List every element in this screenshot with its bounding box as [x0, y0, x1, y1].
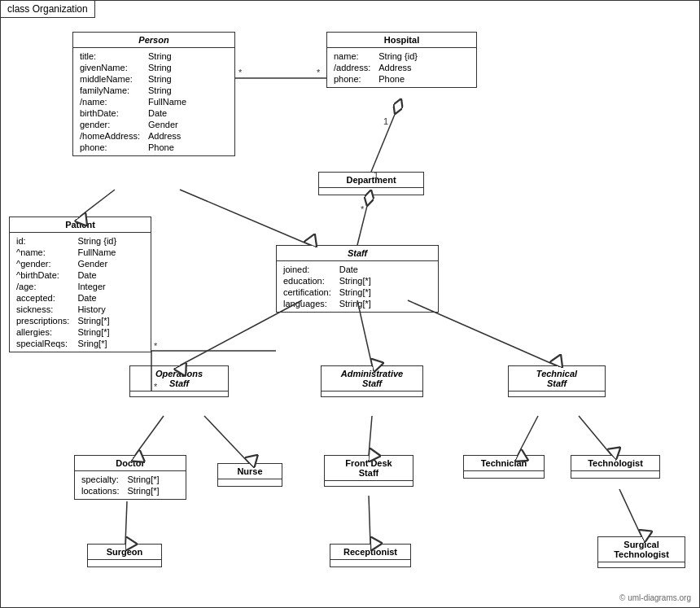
- class-technical-staff: TechnicalStaff: [508, 365, 606, 397]
- class-front-desk-staff-body: [325, 481, 413, 486]
- class-person: Person title:String givenName:String mid…: [72, 32, 235, 156]
- class-patient-header: Patient: [10, 217, 151, 233]
- class-doctor: Doctor specialty:String[*] locations:Str…: [74, 455, 186, 500]
- svg-text:*: *: [361, 204, 365, 214]
- svg-line-24: [125, 501, 127, 544]
- class-administrative-staff-body: [322, 391, 422, 396]
- class-doctor-body: specialty:String[*] locations:String[*]: [75, 471, 186, 499]
- class-person-header: Person: [73, 33, 234, 48]
- class-staff-header: Staff: [277, 246, 438, 261]
- class-doctor-header: Doctor: [75, 456, 186, 471]
- class-patient: Patient id:String {id} ^name:FullName ^g…: [9, 217, 151, 352]
- svg-line-11: [180, 190, 310, 245]
- class-technician-body: [464, 471, 544, 478]
- svg-line-10: [80, 190, 115, 217]
- class-surgical-technologist-header: SurgicalTechnologist: [598, 537, 685, 562]
- class-technologist: Technologist: [571, 455, 660, 479]
- svg-text:*: *: [238, 68, 243, 77]
- class-receptionist-body: [330, 560, 410, 566]
- class-department-body: [319, 188, 423, 195]
- class-administrative-staff-header: AdministrativeStaff: [322, 366, 422, 391]
- class-receptionist-header: Receptionist: [330, 545, 410, 560]
- svg-text:1: 1: [383, 116, 388, 126]
- svg-line-20: [204, 416, 249, 463]
- class-surgical-technologist-body: [598, 562, 685, 567]
- class-nurse-header: Nurse: [218, 464, 282, 479]
- class-front-desk-staff: Front DeskStaff: [324, 455, 413, 487]
- class-nurse-body: [218, 479, 282, 486]
- diagram-title: class Organization: [1, 1, 95, 18]
- class-receptionist: Receptionist: [330, 544, 411, 567]
- diagram-container: class Organization Person title:String g…: [0, 0, 700, 608]
- class-surgeon-body: [88, 560, 161, 566]
- class-technical-staff-header: TechnicalStaff: [509, 366, 605, 391]
- svg-line-19: [135, 416, 164, 455]
- copyright: © uml-diagrams.org: [619, 593, 691, 602]
- class-technologist-header: Technologist: [571, 456, 659, 471]
- class-front-desk-staff-header: Front DeskStaff: [325, 456, 413, 481]
- class-department-header: Department: [319, 173, 423, 188]
- class-operations-staff-body: [130, 391, 228, 396]
- svg-line-5: [371, 98, 401, 172]
- class-surgeon-header: Surgeon: [88, 545, 161, 560]
- class-hospital-header: Hospital: [327, 33, 476, 48]
- svg-line-26: [619, 489, 641, 536]
- class-surgeon: Surgeon: [87, 544, 162, 567]
- class-hospital-body: name:String {id} /address:Address phone:…: [327, 48, 476, 87]
- class-operations-staff-header: OperationsStaff: [130, 366, 228, 391]
- class-person-body: title:String givenName:String middleName…: [73, 48, 234, 155]
- class-staff-body: joined:Date education:String[*] certific…: [277, 261, 438, 312]
- svg-text:*: *: [154, 341, 158, 351]
- class-technician: Technician: [463, 455, 545, 479]
- class-hospital: Hospital name:String {id} /address:Addre…: [326, 32, 477, 88]
- svg-line-25: [369, 496, 370, 544]
- svg-line-23: [579, 416, 611, 455]
- class-technical-staff-body: [509, 391, 605, 396]
- class-patient-body: id:String {id} ^name:FullName ^gender:Ge…: [10, 233, 151, 352]
- class-staff: Staff joined:Date education:String[*] ce…: [276, 245, 439, 313]
- class-nurse: Nurse: [217, 463, 282, 487]
- class-technician-header: Technician: [464, 456, 544, 471]
- svg-text:*: *: [317, 68, 321, 77]
- class-administrative-staff: AdministrativeStaff: [321, 365, 423, 397]
- svg-line-21: [369, 416, 372, 455]
- svg-line-7: [357, 190, 371, 245]
- class-surgical-technologist: SurgicalTechnologist: [597, 536, 685, 568]
- svg-line-22: [518, 416, 538, 455]
- class-department: Department: [318, 172, 424, 195]
- class-technologist-body: [571, 471, 659, 478]
- class-operations-staff: OperationsStaff: [129, 365, 229, 397]
